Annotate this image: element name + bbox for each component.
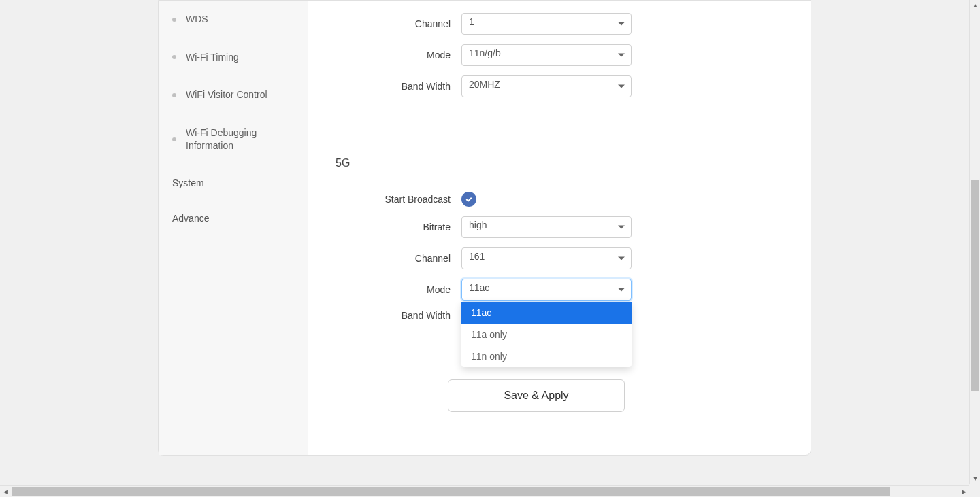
form-row-channel-5g: Channel 161 xyxy=(336,247,783,269)
bullet-icon xyxy=(172,18,176,22)
sidebar-item-label: WiFi Visitor Control xyxy=(186,88,267,102)
mode-label: Mode xyxy=(336,50,461,61)
mode-dropdown-menu: 11ac 11a only 11n only xyxy=(461,302,632,367)
vertical-scroll-thumb[interactable] xyxy=(971,180,979,391)
start-broadcast-toggle[interactable] xyxy=(461,192,476,207)
section-header-5g: 5G xyxy=(336,157,783,175)
form-row-bandwidth-24: Band Width 20MHZ xyxy=(336,75,783,97)
bitrate-label: Bitrate xyxy=(336,222,461,233)
bitrate-select-5g[interactable]: high xyxy=(461,216,632,238)
channel-label: Channel xyxy=(336,253,461,264)
sidebar-item-label: Wi-Fi Debugging Information xyxy=(186,126,297,153)
scroll-down-arrow-icon[interactable]: ▼ xyxy=(970,473,980,484)
dropdown-option-11a-only[interactable]: 11a only xyxy=(461,324,632,345)
horizontal-scroll-thumb[interactable] xyxy=(12,487,890,496)
scroll-right-arrow-icon[interactable]: ▶ xyxy=(958,486,969,497)
main-panel: Channel 1 Mode 11n/g/b Band Width 20MHZ xyxy=(308,1,811,455)
sidebar-item-label: System xyxy=(172,177,204,188)
sidebar-item-label: WDS xyxy=(186,13,208,27)
sidebar: WDS Wi-Fi Timing WiFi Visitor Control Wi… xyxy=(159,1,308,455)
channel-select-5g[interactable]: 161 xyxy=(461,247,632,269)
bandwidth-select-24[interactable]: 20MHZ xyxy=(461,75,632,97)
bullet-icon xyxy=(172,55,176,59)
bullet-icon xyxy=(172,137,176,141)
bullet-icon xyxy=(172,93,176,97)
sidebar-item-wds[interactable]: WDS xyxy=(159,1,308,39)
channel-select-24[interactable]: 1 xyxy=(461,13,632,35)
form-row-mode-5g: Mode 11ac 11ac 11a only 11n only xyxy=(336,279,783,301)
dropdown-option-11ac[interactable]: 11ac xyxy=(461,302,632,324)
sidebar-item-advance[interactable]: Advance xyxy=(159,201,308,236)
dropdown-option-11n-only[interactable]: 11n only xyxy=(461,345,632,367)
sidebar-item-wifi-debugging[interactable]: Wi-Fi Debugging Information xyxy=(159,114,308,165)
mode-label: Mode xyxy=(336,284,461,295)
vertical-scrollbar[interactable]: ▲ ▼ xyxy=(969,0,980,484)
sidebar-item-label: Wi-Fi Timing xyxy=(186,51,239,65)
bandwidth-label: Band Width xyxy=(336,310,461,321)
check-icon xyxy=(465,195,473,203)
bandwidth-label: Band Width xyxy=(336,81,461,92)
form-row-mode-24: Mode 11n/g/b xyxy=(336,44,783,66)
form-row-start-broadcast: Start Broadcast xyxy=(336,192,783,207)
scroll-left-arrow-icon[interactable]: ◀ xyxy=(0,486,11,497)
form-row-channel-24: Channel 1 xyxy=(336,13,783,35)
save-apply-button[interactable]: Save & Apply xyxy=(448,379,625,412)
start-broadcast-label: Start Broadcast xyxy=(336,194,461,205)
horizontal-scrollbar[interactable]: ◀ ▶ xyxy=(0,485,969,497)
form-row-bitrate-5g: Bitrate high xyxy=(336,216,783,238)
mode-select-24[interactable]: 11n/g/b xyxy=(461,44,632,66)
scroll-up-arrow-icon[interactable]: ▲ xyxy=(970,0,980,11)
sidebar-item-system[interactable]: System xyxy=(159,165,308,201)
mode-select-5g[interactable]: 11ac xyxy=(461,279,632,301)
channel-label: Channel xyxy=(336,18,461,29)
sidebar-item-wifi-timing[interactable]: Wi-Fi Timing xyxy=(159,39,308,77)
sidebar-item-label: Advance xyxy=(172,213,209,224)
content-panel: WDS Wi-Fi Timing WiFi Visitor Control Wi… xyxy=(158,0,811,456)
sidebar-item-wifi-visitor-control[interactable]: WiFi Visitor Control xyxy=(159,76,308,114)
